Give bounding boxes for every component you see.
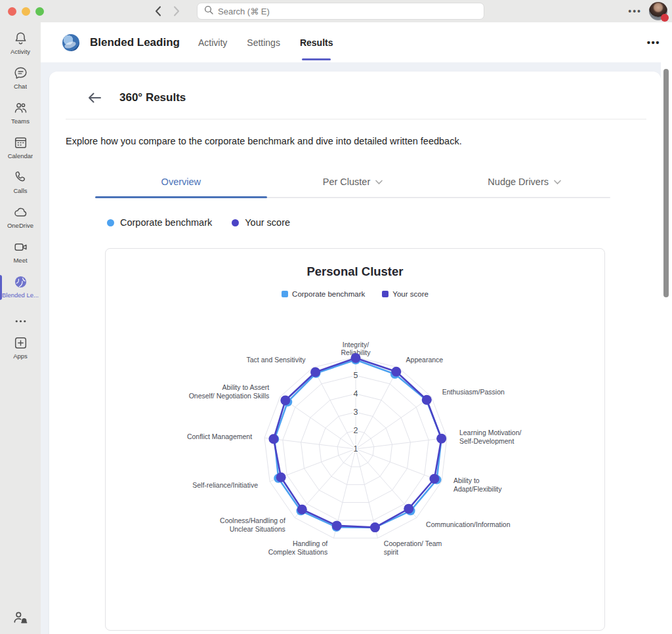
tab-track	[95, 197, 610, 198]
titlebar: •••	[0, 0, 672, 22]
window-controls	[8, 7, 44, 16]
app-header: Blended Leading ActivitySettingsResults …	[41, 22, 672, 62]
chevron-down-icon	[375, 180, 383, 184]
search-icon	[204, 5, 213, 17]
search-input[interactable]	[218, 7, 477, 16]
svg-text:2: 2	[354, 426, 358, 435]
chevron-down-icon	[554, 180, 561, 184]
app-header-more-button[interactable]: •••	[647, 22, 660, 62]
minimize-window-button[interactable]	[22, 7, 30, 16]
svg-text:Cooperation/ Teamspirit: Cooperation/ Teamspirit	[384, 539, 442, 556]
svg-text:1: 1	[354, 444, 358, 454]
scrollbar-track[interactable]	[661, 62, 672, 634]
results-tabs: OverviewPer ClusterNudge Drivers	[95, 177, 610, 198]
svg-text:Conflict Management: Conflict Management	[187, 433, 252, 440]
search-box[interactable]	[197, 3, 484, 20]
back-arrow-icon	[87, 92, 102, 104]
svg-text:Self-reliance/Initiative: Self-reliance/Initiative	[192, 481, 258, 489]
close-window-button[interactable]	[8, 7, 16, 16]
main-area: Blended Leading ActivitySettingsResults …	[41, 22, 672, 634]
active-tab-indicator	[95, 196, 267, 198]
sidebar-more-button[interactable]	[0, 308, 41, 334]
legend-swatch	[382, 291, 388, 297]
svg-text:Appearance: Appearance	[406, 356, 444, 364]
blended-leading-icon	[12, 273, 29, 290]
tab-per-cluster[interactable]: Per Cluster	[267, 177, 439, 197]
person-bell-icon	[12, 609, 29, 629]
svg-text:3: 3	[354, 408, 358, 417]
app-tab-results[interactable]: Results	[300, 22, 333, 62]
svg-text:5: 5	[354, 371, 358, 380]
back-button[interactable]	[87, 92, 102, 104]
svg-text:Communication/Information: Communication/Information	[426, 520, 511, 528]
legend-item: Your score	[232, 217, 290, 228]
svg-text:Ability to AssertOneself/ Nego: Ability to AssertOneself/ Negotiation Sk…	[189, 383, 270, 400]
titlebar-more-button[interactable]: •••	[628, 0, 642, 22]
zoom-window-button[interactable]	[35, 7, 44, 16]
sidebar-item-teams[interactable]: Teams	[0, 99, 41, 134]
page-title: 360° Results	[119, 91, 186, 104]
legend-item: Corporate benchmark	[107, 217, 212, 228]
svg-text:Tact and Sensitivity: Tact and Sensitivity	[247, 356, 306, 364]
more-icon	[12, 312, 29, 329]
sidebar-profile-area[interactable]	[0, 609, 41, 629]
svg-text:Ability toAdapt/Flexibility: Ability toAdapt/Flexibility	[453, 476, 502, 493]
sidebar-item-calls[interactable]: Calls	[0, 169, 41, 203]
chat-icon	[12, 64, 29, 81]
chart-title: Personal Cluster	[106, 264, 604, 279]
apps-plus-icon	[12, 334, 29, 351]
blended-leading-logo-icon	[62, 34, 79, 51]
cloud-icon	[12, 203, 29, 221]
forward-chevron-icon[interactable]	[173, 6, 180, 16]
app-title: Blended Leading	[90, 36, 180, 49]
results-card: 360° Results Explore how you compare to …	[49, 72, 661, 634]
video-camera-icon	[12, 238, 29, 255]
sidebar-item-calendar[interactable]: Calendar	[0, 134, 41, 169]
svg-text:Coolness/Handling ofUnclear Si: Coolness/Handling ofUnclear Situations	[220, 517, 285, 533]
sidebar-item-chat[interactable]: Chat	[0, 64, 41, 99]
sidebar-item-apps[interactable]: Apps	[0, 334, 41, 369]
back-chevron-icon[interactable]	[155, 6, 161, 16]
legend-dot	[107, 219, 114, 226]
phone-icon	[12, 169, 29, 186]
chart-legend-item[interactable]: Corporate benchmark	[282, 290, 365, 298]
content-area: 360° Results Explore how you compare to …	[41, 62, 672, 634]
bell-icon	[12, 30, 29, 47]
app-tab-activity[interactable]: Activity	[198, 22, 227, 62]
avatar[interactable]	[649, 2, 667, 20]
svg-text:Enthusiasm/Passion: Enthusiasm/Passion	[442, 388, 505, 396]
page-description: Explore how you compare to the corporate…	[49, 119, 661, 146]
svg-text:Handling ofComplex Situations: Handling ofComplex Situations	[268, 539, 328, 556]
svg-text:Learning Motivation/Self-Devel: Learning Motivation/Self-Development	[459, 429, 522, 445]
scrollbar-thumb[interactable]	[663, 69, 669, 297]
chart-legend-item[interactable]: Your score	[382, 290, 429, 298]
chart-card: Personal Cluster Corporate benchmarkYour…	[105, 248, 605, 631]
tab-overview[interactable]: Overview	[95, 177, 267, 197]
teams-icon	[12, 99, 29, 116]
app-tab-settings[interactable]: Settings	[247, 22, 280, 62]
status-badge	[661, 14, 669, 22]
calendar-icon	[12, 134, 29, 151]
legend-swatch	[282, 291, 288, 297]
sidebar: ActivityChatTeamsCalendarCallsOneDriveMe…	[0, 22, 41, 634]
sidebar-item-activity[interactable]: Activity	[0, 30, 41, 64]
tab-nudge-drivers[interactable]: Nudge Drivers	[438, 177, 610, 197]
svg-text:4: 4	[354, 389, 358, 398]
radar-chart: 123456Integrity/ReliabilityAppearanceEnt…	[106, 302, 604, 618]
sidebar-item-onedrive[interactable]: OneDrive	[0, 203, 41, 238]
legend-dot	[232, 219, 239, 226]
sidebar-item-meet[interactable]: Meet	[0, 238, 41, 273]
sidebar-item-blended-le[interactable]: Blended Le...	[0, 273, 41, 308]
